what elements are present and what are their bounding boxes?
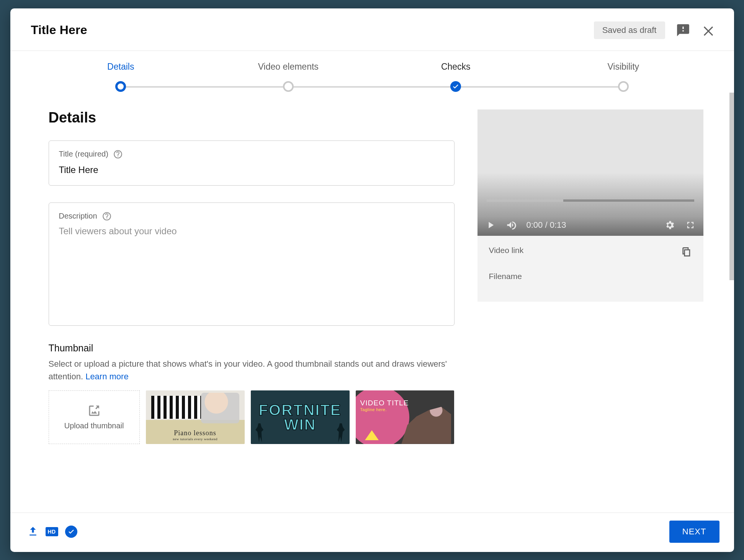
thumbnail-description: Select or upload a picture that shows wh… [49, 358, 455, 383]
video-meta: Video link Filename [477, 236, 703, 302]
close-icon[interactable] [701, 23, 716, 38]
step-details-node[interactable] [115, 81, 126, 92]
step-video-elements-node[interactable] [283, 81, 294, 92]
thumbnail-1-subcaption: new tutorials every weekend [146, 437, 245, 441]
upload-stepper: Details Video elements Checks Visibility [10, 51, 734, 93]
video-progress-fill [487, 199, 564, 202]
title-field-label: Title (required) [59, 149, 444, 159]
video-preview[interactable]: 0:00 / 0:13 [477, 109, 703, 236]
title-input[interactable] [59, 165, 444, 175]
thumbnail-option-1[interactable]: Piano lessonsnew tutorials every weekend [146, 390, 245, 444]
video-preview-card: 0:00 / 0:13 Video link Filename [477, 109, 703, 302]
scrollbar-thumb[interactable] [729, 93, 734, 280]
dialog-title: Title Here [31, 23, 87, 37]
description-field-label-text: Description [59, 212, 97, 220]
play-icon[interactable] [485, 220, 496, 230]
volume-icon[interactable] [506, 220, 517, 230]
video-time-display: 0:00 / 0:13 [527, 220, 566, 230]
settings-icon[interactable] [664, 220, 675, 230]
upload-thumbnail-label: Upload thumbnail [64, 421, 124, 430]
checks-complete-icon [65, 526, 77, 538]
dialog-footer: HD NEXT [10, 513, 734, 552]
upload-dialog: Title Here Saved as draft Details Video … [10, 8, 734, 552]
thumbnail-heading: Thumbnail [49, 343, 455, 354]
dialog-header: Title Here Saved as draft [10, 8, 734, 51]
step-visibility-label[interactable]: Visibility [540, 62, 707, 72]
description-field[interactable]: Description [49, 202, 455, 326]
help-icon[interactable] [102, 211, 112, 221]
next-button[interactable]: NEXT [669, 521, 719, 543]
thumbnail-2-line2: WIN [284, 416, 316, 433]
step-checks-node[interactable] [450, 81, 461, 92]
thumbnail-option-3[interactable]: VIDEO TITLETagline here. [356, 390, 455, 444]
step-details-label[interactable]: Details [37, 62, 205, 72]
filename-label: Filename [489, 272, 692, 281]
thumbnail-3-title: VIDEO TITLE [360, 399, 409, 407]
add-image-icon [87, 404, 101, 418]
video-progress-track[interactable] [487, 199, 694, 202]
step-video-elements-label[interactable]: Video elements [204, 62, 372, 72]
help-icon[interactable] [113, 149, 123, 159]
thumbnail-3-tagline: Tagline here. [360, 407, 409, 412]
thumbnail-learn-more-link[interactable]: Learn more [85, 372, 129, 381]
details-section-title: Details [49, 109, 455, 126]
description-field-label: Description [59, 211, 444, 221]
thumbnail-option-2[interactable]: FORTNITEWIN [251, 390, 350, 444]
dialog-scroll-area[interactable]: Details Title (required) Description [10, 93, 734, 513]
feedback-icon[interactable] [676, 23, 690, 38]
title-field[interactable]: Title (required) [49, 140, 455, 186]
header-actions: Saved as draft [594, 21, 716, 39]
hd-badge: HD [46, 527, 58, 536]
step-checks-label[interactable]: Checks [372, 62, 540, 72]
title-field-label-text: Title (required) [59, 150, 108, 158]
upload-thumbnail-button[interactable]: Upload thumbnail [49, 390, 140, 444]
step-visibility-node[interactable] [618, 81, 629, 92]
video-link-label: Video link [489, 246, 692, 255]
copy-link-icon[interactable] [680, 246, 693, 260]
upload-status-icon [27, 526, 39, 537]
video-controls: 0:00 / 0:13 [485, 220, 696, 230]
thumbnail-row: Upload thumbnail Piano lessonsnew tutori… [49, 390, 455, 444]
description-input[interactable] [59, 226, 444, 314]
thumbnail-1-caption: Piano lessons [174, 429, 216, 437]
footer-status-icons: HD [27, 526, 77, 538]
fullscreen-icon[interactable] [685, 220, 696, 230]
save-status-badge: Saved as draft [594, 21, 665, 39]
